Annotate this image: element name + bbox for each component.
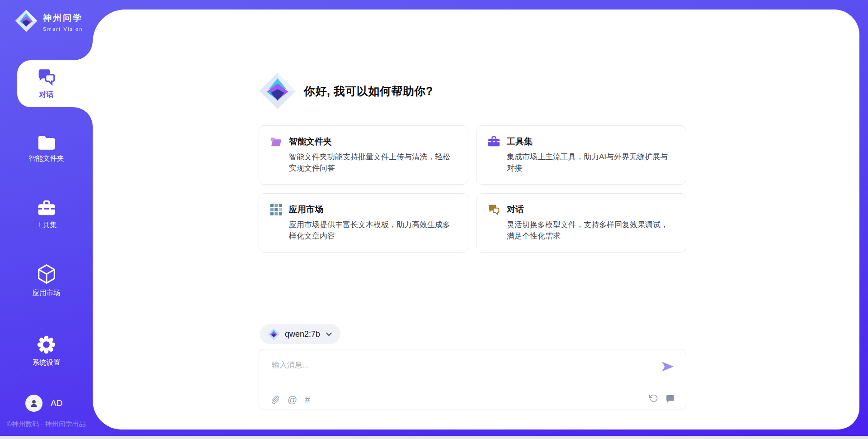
chat-icon [37, 67, 56, 86]
sidebar-item-chat[interactable]: 对话 [0, 67, 93, 100]
chat-icon [488, 203, 500, 215]
paperclip-icon[interactable] [271, 395, 280, 405]
sidebar-item-label: 系统设置 [33, 358, 61, 367]
card-title: 工具集 [507, 136, 533, 148]
window-bottom-edge [0, 436, 868, 439]
sidebar-item-label: 应用市场 [33, 288, 61, 298]
greeting-text: 你好, 我可以如何帮助你? [304, 84, 433, 99]
card-title: 应用市场 [289, 204, 323, 215]
user-name: AD [51, 398, 62, 408]
folder-icon [37, 134, 56, 150]
card-smart-folder[interactable]: 智能文件夹 智能文件夹功能支持批量文件上传与清洗，轻松实现文件问答 [259, 125, 468, 185]
card-description: 集成市场上主流工具，助力AI与外界无缝扩展与对接 [507, 151, 673, 174]
model-selector[interactable]: qwen2:7b [260, 324, 340, 344]
gear-icon [37, 335, 56, 354]
card-title: 对话 [507, 204, 524, 215]
brand-name-en: Smart Vision [43, 26, 83, 32]
folder-open-icon [270, 135, 282, 148]
brand-diamond-icon [259, 72, 296, 110]
brand-diamond-icon [268, 328, 280, 340]
composer-divider [267, 389, 678, 389]
sidebar-item-toolset[interactable]: 工具集 [0, 200, 93, 230]
hash-icon[interactable]: # [305, 394, 310, 406]
copyright-text: ©神州数码 · 神州问学出品 [7, 420, 85, 429]
brand-diamond-icon [15, 10, 38, 32]
avatar [25, 395, 42, 412]
model-name: qwen2:7b [285, 329, 320, 339]
chevron-down-icon [325, 330, 333, 338]
brand-name-cn: 神州问学 [43, 12, 83, 24]
sidebar-item-app-market[interactable]: 应用市场 [0, 264, 93, 298]
person-icon [29, 398, 39, 408]
sidebar-item-label: 工具集 [36, 220, 57, 230]
app-logo: 神州问学 Smart Vision [15, 10, 83, 32]
app-window: 神州问学 Smart Vision 对话 智能文件夹 工具集 [0, 0, 868, 439]
history-icon[interactable] [649, 394, 658, 403]
card-title: 智能文件夹 [289, 136, 332, 148]
card-description: 应用市场提供丰富长文本模板，助力高效生成多样化文章内容 [289, 219, 455, 242]
card-toolset[interactable]: 工具集 集成市场上主流工具，助力AI与外界无缝扩展与对接 [476, 125, 686, 185]
user-account[interactable]: AD [25, 395, 62, 412]
card-chat[interactable]: 对话 灵活切换多模型文件，支持多样回复效果调试，满足个性化需求 [476, 193, 686, 253]
message-composer: @ # [259, 349, 686, 410]
sidebar-item-label: 智能文件夹 [29, 154, 64, 163]
main-content: 你好, 我可以如何帮助你? 智能文件夹 智能文件夹功能支持批量文件上传与清洗，轻… [93, 10, 859, 429]
sidebar-item-smart-folder[interactable]: 智能文件夹 [0, 134, 93, 163]
card-description: 灵活切换多模型文件，支持多样回复效果调试，满足个性化需求 [507, 219, 673, 242]
cube-icon [37, 264, 56, 284]
greeting-block: 你好, 我可以如何帮助你? [259, 72, 433, 110]
toolbox-icon [38, 200, 56, 216]
at-icon[interactable]: @ [288, 394, 297, 406]
sidebar-item-label: 对话 [39, 90, 54, 100]
card-app-market[interactable]: 应用市场 应用市场提供丰富长文本模板，助力高效生成多样化文章内容 [259, 193, 468, 253]
card-description: 智能文件夹功能支持批量文件上传与清洗，轻松实现文件问答 [289, 151, 455, 174]
grid-icon [270, 203, 282, 215]
send-icon[interactable] [661, 362, 674, 372]
comment-icon[interactable] [666, 394, 675, 403]
sidebar-item-settings[interactable]: 系统设置 [0, 335, 93, 367]
toolbox-icon [488, 135, 500, 148]
feature-cards: 智能文件夹 智能文件夹功能支持批量文件上传与清洗，轻松实现文件问答 [259, 125, 686, 253]
message-input[interactable] [272, 356, 651, 374]
